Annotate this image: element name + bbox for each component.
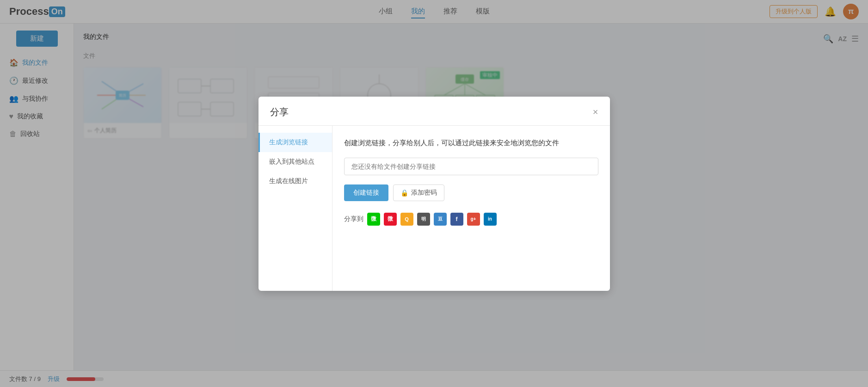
add-password-label: 添加密码 xyxy=(411,189,437,197)
share-modal: 分享 × 生成浏览链接 嵌入到其他站点 生成在线图片 创建浏览链接，分享给别人后… xyxy=(259,97,610,291)
modal-header: 分享 × xyxy=(259,97,610,126)
share-link-input[interactable] xyxy=(344,158,598,175)
lock-icon: 🔒 xyxy=(400,189,408,197)
wechat-share-button[interactable]: 微 xyxy=(367,213,380,226)
douban-share-button[interactable]: 豆 xyxy=(434,213,447,226)
share-to-label: 分享到 xyxy=(344,215,363,223)
tab-online-image[interactable]: 生成在线图片 xyxy=(259,172,332,191)
modal-body: 生成浏览链接 嵌入到其他站点 生成在线图片 创建浏览链接，分享给别人后，可以通过… xyxy=(259,126,610,291)
modal-actions: 创建链接 🔒 添加密码 xyxy=(344,184,598,201)
share-to-row: 分享到 微 微 Q 明 豆 f g+ in xyxy=(344,213,598,226)
tab-browser-link[interactable]: 生成浏览链接 xyxy=(259,133,332,152)
add-password-button[interactable]: 🔒 添加密码 xyxy=(393,184,444,201)
modal-title: 分享 xyxy=(270,106,289,118)
mingdao-share-button[interactable]: 明 xyxy=(417,213,430,226)
modal-close-button[interactable]: × xyxy=(593,107,598,117)
modal-tabs: 生成浏览链接 嵌入到其他站点 生成在线图片 xyxy=(259,126,332,291)
qq-share-button[interactable]: Q xyxy=(400,213,413,226)
tab-embed[interactable]: 嵌入到其他站点 xyxy=(259,152,332,172)
weibo-share-button[interactable]: 微 xyxy=(384,213,397,226)
linkedin-share-button[interactable]: in xyxy=(484,213,497,226)
create-link-button[interactable]: 创建链接 xyxy=(344,184,388,201)
overlay[interactable]: 分享 × 生成浏览链接 嵌入到其他站点 生成在线图片 创建浏览链接，分享给别人后… xyxy=(0,0,868,387)
facebook-share-button[interactable]: f xyxy=(450,213,463,226)
modal-description: 创建浏览链接，分享给别人后，可以通过此链接来安全地浏览您的文件 xyxy=(344,137,598,148)
gplus-share-button[interactable]: g+ xyxy=(467,213,480,226)
modal-content: 创建浏览链接，分享给别人后，可以通过此链接来安全地浏览您的文件 创建链接 🔒 添… xyxy=(332,126,610,291)
